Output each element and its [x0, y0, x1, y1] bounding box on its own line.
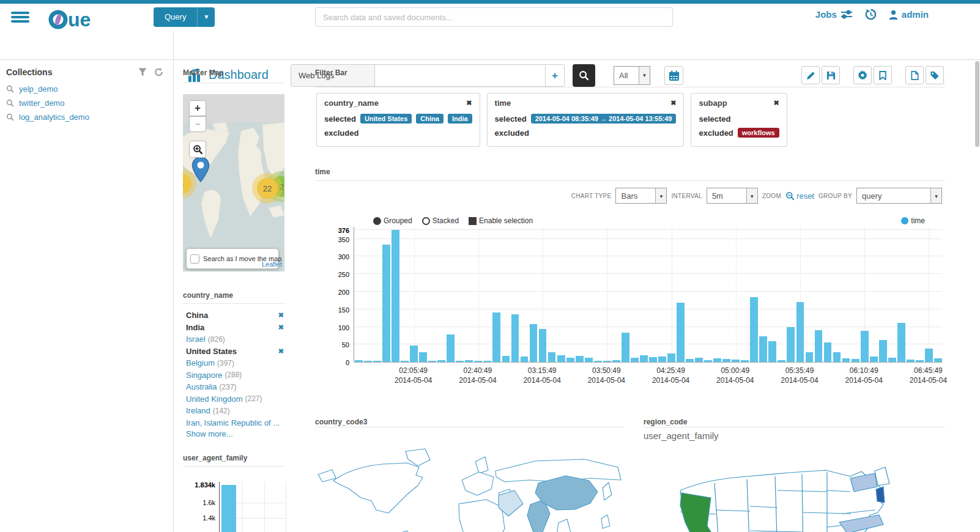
- time-bar[interactable]: [750, 297, 758, 362]
- country-facet-australia[interactable]: Australia(237): [186, 381, 284, 393]
- country-facet-iran-islamic-republic-of-[interactable]: Iran, Islamic Republic of ...: [186, 417, 284, 429]
- time-bar[interactable]: [428, 361, 436, 362]
- time-bar[interactable]: [419, 352, 427, 362]
- time-bar[interactable]: [576, 356, 584, 362]
- country-facet-united-kingdom[interactable]: United Kingdom(227): [186, 393, 284, 405]
- sidebar-item-yelp_demo[interactable]: yelp_demo: [0, 82, 173, 96]
- time-bar[interactable]: [888, 358, 896, 362]
- time-bar[interactable]: [566, 358, 574, 362]
- time-bar[interactable]: [686, 359, 694, 362]
- time-bar[interactable]: [401, 361, 409, 362]
- facet-remove-icon[interactable]: ✖: [278, 311, 284, 319]
- time-bar[interactable]: [437, 360, 445, 362]
- time-bar[interactable]: [925, 349, 933, 362]
- hamburger-menu-icon[interactable]: [11, 10, 29, 24]
- country-facet-ireland[interactable]: Ireland(142): [186, 405, 284, 417]
- time-bar[interactable]: [557, 355, 565, 362]
- facet-value-label[interactable]: United Kingdom: [186, 394, 243, 404]
- search-as-move-checkbox[interactable]: [190, 254, 199, 264]
- time-bar[interactable]: [373, 361, 381, 362]
- facet-value-label[interactable]: Belgium: [186, 358, 215, 368]
- time-bar[interactable]: [603, 361, 611, 362]
- user-agent-family-chart[interactable]: 1.834k1.6k1.4k: [219, 482, 286, 532]
- user-menu[interactable]: admin: [889, 9, 929, 20]
- time-bar[interactable]: [382, 245, 390, 362]
- interval-select[interactable]: 5m: [707, 188, 758, 204]
- time-bar[interactable]: [640, 355, 648, 362]
- time-bar[interactable]: [677, 303, 685, 362]
- country-facet-belgium[interactable]: Belgium(397): [186, 357, 284, 369]
- chart-type-select[interactable]: Bars: [615, 188, 667, 204]
- time-bar[interactable]: [511, 314, 519, 362]
- jobs-link[interactable]: Jobs: [815, 9, 853, 20]
- country-facet-india[interactable]: India✖: [186, 322, 284, 334]
- time-bar[interactable]: [622, 333, 629, 362]
- show-more-link[interactable]: Show more...: [186, 429, 233, 438]
- time-bar[interactable]: [492, 312, 500, 362]
- map-zoom-out-button[interactable]: −: [189, 116, 206, 132]
- time-bar[interactable]: [713, 358, 721, 362]
- facet-remove-icon[interactable]: ✖: [278, 347, 284, 355]
- filter-value-badge[interactable]: China: [416, 114, 444, 124]
- time-bar[interactable]: [861, 331, 869, 362]
- time-bar[interactable]: [879, 340, 887, 362]
- facet-value-label[interactable]: Ireland: [186, 406, 210, 415]
- time-bar[interactable]: [806, 352, 814, 362]
- country-facet-israel[interactable]: Israel(826): [186, 333, 284, 345]
- user-agent-bar[interactable]: [221, 485, 236, 532]
- enable-selection-checkbox[interactable]: Enable selection: [469, 216, 533, 225]
- time-bar[interactable]: [842, 358, 850, 362]
- time-bar[interactable]: [759, 336, 767, 362]
- time-bar[interactable]: [612, 360, 620, 362]
- time-bar[interactable]: [852, 359, 859, 362]
- country-facet-china[interactable]: China✖: [186, 309, 284, 322]
- query-button[interactable]: Query ▼: [154, 7, 215, 27]
- hue-logo[interactable]: ue: [48, 6, 112, 33]
- time-bar[interactable]: [897, 323, 905, 362]
- time-bar[interactable]: [907, 360, 915, 362]
- leaflet-attribution-link[interactable]: Leaflet: [262, 260, 282, 268]
- time-bar[interactable]: [833, 352, 841, 362]
- time-bar[interactable]: [631, 358, 639, 362]
- time-bar[interactable]: [722, 359, 730, 362]
- chart-legend[interactable]: time: [901, 216, 925, 225]
- country-facet-united-states[interactable]: United States✖: [186, 345, 284, 358]
- sidebar-item-log_analytics_demo[interactable]: log_analytics_demo: [0, 110, 173, 124]
- refresh-icon[interactable]: [154, 68, 163, 76]
- time-bar[interactable]: [695, 358, 703, 362]
- time-bar[interactable]: [778, 360, 785, 362]
- time-bar[interactable]: [447, 334, 455, 362]
- map-marker-pin[interactable]: [191, 157, 210, 185]
- time-bar[interactable]: [741, 360, 749, 362]
- time-bar[interactable]: [824, 342, 832, 362]
- time-bar[interactable]: [916, 360, 924, 362]
- facet-value-label[interactable]: Israel: [186, 334, 206, 344]
- time-bar[interactable]: [410, 345, 418, 362]
- filter-remove-icon[interactable]: ✖: [773, 99, 779, 107]
- time-bar[interactable]: [667, 353, 675, 362]
- time-bar[interactable]: [768, 341, 776, 363]
- zoom-reset-link[interactable]: reset: [785, 191, 814, 201]
- chevron-down-icon[interactable]: ▼: [197, 7, 215, 27]
- map-zoom-in-button[interactable]: +: [189, 100, 206, 116]
- filter-icon[interactable]: [138, 68, 147, 76]
- marker-map[interactable]: 5 2 22 + − Search as I move the map Leaf…: [183, 94, 284, 272]
- region-code-us-map[interactable]: [667, 454, 899, 532]
- filter-value-badge[interactable]: workflows: [738, 128, 779, 138]
- time-bar[interactable]: [704, 360, 712, 362]
- time-bar[interactable]: [465, 360, 473, 362]
- facet-remove-icon[interactable]: ✖: [278, 323, 284, 331]
- time-bar[interactable]: [539, 329, 547, 362]
- time-bar[interactable]: [483, 361, 491, 362]
- time-bar[interactable]: [502, 356, 510, 362]
- facet-value-label[interactable]: Iran, Islamic Republic of ...: [186, 418, 280, 427]
- country-facet-singapore[interactable]: Singapore(288): [186, 369, 284, 382]
- time-bar[interactable]: [474, 361, 482, 362]
- time-bar[interactable]: [934, 358, 942, 362]
- facet-value-label[interactable]: Australia: [186, 382, 217, 391]
- filter-remove-icon[interactable]: ✖: [670, 99, 676, 107]
- sidebar-item-twitter_demo[interactable]: twitter_demo: [0, 96, 173, 110]
- time-bar[interactable]: [456, 361, 464, 362]
- filter-remove-icon[interactable]: ✖: [466, 99, 472, 107]
- time-bar[interactable]: [355, 360, 363, 362]
